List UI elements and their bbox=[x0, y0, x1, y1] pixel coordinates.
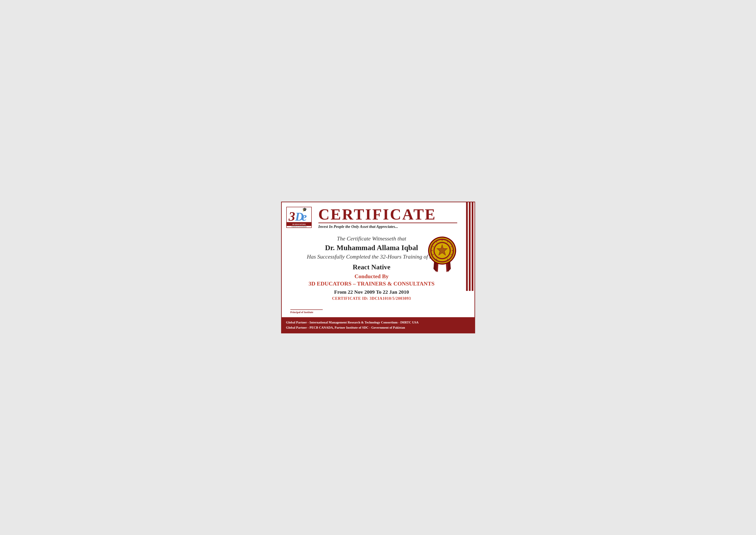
signature-area: Principal of Institute bbox=[282, 307, 474, 317]
header: 3 D e 🎓 3D EDUCATORS Trainers & Consulta… bbox=[282, 202, 474, 231]
tagline: Invest In People the Only Asset that App… bbox=[318, 224, 457, 229]
svg-text:3D EDUCATORS: 3D EDUCATORS bbox=[292, 223, 306, 225]
svg-text:e: e bbox=[302, 210, 307, 223]
svg-text:3: 3 bbox=[288, 209, 295, 223]
footer-line-1: Global Partner - International Managemen… bbox=[286, 320, 470, 325]
medal-seal bbox=[427, 236, 457, 272]
logo-svg: 3 D e 🎓 3D EDUCATORS Trainers & Consulta… bbox=[286, 207, 312, 228]
conducted-by-label: Conducted By bbox=[290, 273, 453, 280]
cert-body: The Certificate Witnesseth that Dr. Muha… bbox=[282, 231, 474, 307]
svg-point-22 bbox=[447, 241, 448, 242]
signature-line bbox=[290, 309, 323, 310]
date-range: From 22 Nov 2009 To 22 Jan 2010 bbox=[290, 289, 453, 295]
certificate-title: CERTIFICATE bbox=[318, 207, 457, 222]
svg-point-21 bbox=[442, 240, 443, 241]
svg-point-24 bbox=[452, 250, 453, 251]
svg-point-31 bbox=[436, 241, 437, 242]
certificate: 3 D e 🎓 3D EDUCATORS Trainers & Consulta… bbox=[281, 202, 475, 333]
svg-text:🎓: 🎓 bbox=[302, 207, 307, 212]
svg-point-27 bbox=[436, 259, 437, 260]
title-area: CERTIFICATE Invest In People the Only As… bbox=[314, 207, 457, 229]
footer-line-2: Global Partner - PECB CANADA, Partner In… bbox=[286, 325, 470, 330]
footer: Global Partner - International Managemen… bbox=[282, 317, 474, 333]
svg-point-23 bbox=[451, 246, 452, 247]
svg-point-29 bbox=[432, 250, 432, 251]
svg-text:Trainers & Consultants: Trainers & Consultants bbox=[291, 226, 307, 228]
org-name: 3D EDUCATORS – TRAINERS & CONSULTANTS bbox=[290, 281, 453, 287]
svg-point-30 bbox=[433, 246, 434, 247]
medal-container bbox=[427, 236, 457, 273]
svg-point-25 bbox=[451, 254, 452, 255]
cert-id: CERTIFICATE ID: 3DCIA1010/5/2003093 bbox=[290, 296, 453, 301]
logo-area: 3 D e 🎓 3D EDUCATORS Trainers & Consulta… bbox=[286, 207, 314, 229]
svg-point-26 bbox=[447, 259, 448, 260]
principal-label: Principal of Institute bbox=[290, 311, 466, 314]
svg-point-28 bbox=[433, 254, 434, 255]
